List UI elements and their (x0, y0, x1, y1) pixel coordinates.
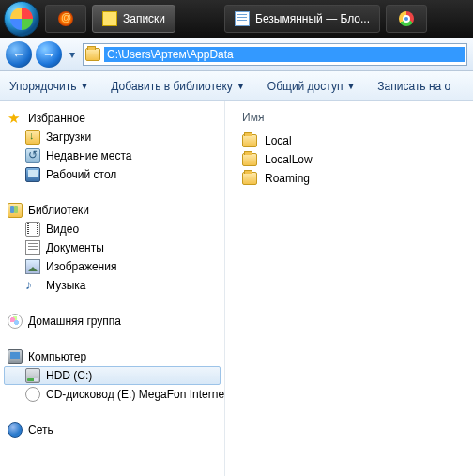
item-label: HDD (C:) (46, 369, 92, 382)
burn-label: Записать на о (377, 80, 450, 93)
sidebar-item-music[interactable]: ♪Музыка (4, 276, 221, 295)
network-icon (8, 422, 23, 438)
notepad-icon (235, 11, 250, 26)
organize-menu[interactable]: Упорядочить▼ (9, 80, 88, 93)
folder-icon (242, 134, 257, 147)
homegroup-header[interactable]: Домашняя группа (4, 312, 221, 330)
back-button[interactable]: ← (6, 41, 32, 68)
folder-icon (242, 172, 257, 185)
item-label: Недавние места (46, 149, 131, 162)
network-label: Сеть (28, 423, 53, 437)
item-label: CD-дисковод (E:) MegaFon Internet (46, 388, 225, 401)
explorer-main: ★Избранное Загрузки Недавние места Рабоч… (0, 101, 473, 476)
recent-icon (25, 148, 40, 163)
favorites-header[interactable]: ★Избранное (4, 109, 221, 128)
folder-local[interactable]: Local (238, 131, 460, 150)
homegroup-icon (8, 314, 23, 329)
chrome-icon (399, 11, 414, 26)
favorites-group: ★Избранное Загрузки Недавние места Рабоч… (4, 109, 221, 184)
sidebar-item-pictures[interactable]: Изображения (4, 257, 221, 276)
document-icon (25, 240, 40, 255)
computer-label: Компьютер (28, 350, 86, 363)
computer-group: Компьютер HDD (C:) CD-дисковод (E:) Mega… (4, 347, 221, 404)
chevron-down-icon: ▼ (346, 82, 355, 91)
libraries-group: Библиотеки Видео Документы Изображения ♪… (4, 201, 221, 295)
network-header[interactable]: Сеть (4, 421, 221, 439)
navigation-pane: ★Избранное Загрузки Недавние места Рабоч… (0, 101, 225, 476)
star-icon: ★ (8, 111, 23, 126)
address-bar[interactable]: C:\Users\Артем\AppData (83, 43, 467, 66)
start-button[interactable] (4, 1, 39, 37)
item-label: Загрузки (46, 131, 91, 144)
desktop-icon (25, 167, 40, 182)
taskbar-label: Записки (123, 12, 165, 25)
folder-locallow[interactable]: LocalLow (238, 150, 460, 169)
folder-icon (85, 48, 100, 61)
history-dropdown[interactable]: ▾ (66, 43, 79, 66)
sidebar-item-desktop[interactable]: Рабочий стол (4, 165, 221, 184)
content-pane: Имя Local LocalLow Roaming (225, 101, 473, 476)
item-label: Документы (46, 241, 104, 254)
computer-icon (8, 349, 23, 364)
item-label: Видео (46, 223, 79, 236)
share-label: Общий доступ (267, 80, 343, 93)
sidebar-item-videos[interactable]: Видео (4, 220, 221, 238)
folder-roaming[interactable]: Roaming (238, 169, 460, 188)
sticky-note-icon (102, 11, 117, 26)
burn-button[interactable]: Записать на о (377, 80, 450, 93)
homegroup-group: Домашняя группа (4, 312, 221, 330)
organize-label: Упорядочить (9, 80, 76, 93)
music-icon: ♪ (25, 278, 40, 293)
folder-label: Local (265, 134, 292, 147)
sidebar-item-recent[interactable]: Недавние места (4, 146, 221, 165)
taskbar-notepad[interactable]: Безымянный — Бло... (224, 5, 380, 33)
folder-icon (242, 153, 257, 166)
sidebar-item-documents[interactable]: Документы (4, 238, 221, 257)
explorer-toolbar: Упорядочить▼ Добавить в библиотеку▼ Общи… (0, 71, 473, 101)
item-label: Изображения (46, 260, 116, 273)
taskbar-label: Безымянный — Бло... (255, 12, 370, 25)
column-header-name[interactable]: Имя (238, 109, 460, 131)
item-label: Музыка (46, 279, 85, 292)
favorites-label: Избранное (28, 112, 85, 125)
pictures-icon (25, 259, 40, 274)
video-icon (25, 222, 40, 237)
taskbar-sticky-notes[interactable]: Записки (92, 5, 175, 33)
taskbar-chrome[interactable] (386, 5, 427, 33)
network-group: Сеть (4, 421, 221, 439)
address-path[interactable]: C:\Users\Артем\AppData (104, 47, 465, 62)
forward-button[interactable]: → (36, 41, 62, 68)
cd-icon (25, 387, 40, 402)
folder-label: LocalLow (265, 153, 313, 166)
share-menu[interactable]: Общий доступ▼ (267, 80, 356, 93)
chevron-down-icon: ▼ (80, 82, 88, 91)
chevron-down-icon: ▼ (236, 82, 245, 91)
addlib-label: Добавить в библиотеку (111, 80, 233, 93)
homegroup-label: Домашняя группа (28, 315, 121, 328)
libraries-icon (8, 203, 23, 218)
sidebar-item-downloads[interactable]: Загрузки (4, 128, 221, 146)
taskbar-mail[interactable] (45, 5, 86, 33)
libraries-label: Библиотеки (28, 204, 89, 217)
taskbar: Записки Безымянный — Бло... (0, 0, 473, 38)
sidebar-item-hdd-c[interactable]: HDD (C:) (4, 366, 221, 385)
computer-header[interactable]: Компьютер (4, 347, 221, 366)
folder-label: Roaming (265, 172, 310, 185)
item-label: Рабочий стол (46, 168, 116, 181)
sidebar-item-cd-drive[interactable]: CD-дисковод (E:) MegaFon Internet (4, 385, 221, 404)
explorer-nav-row: ← → ▾ C:\Users\Артем\AppData (0, 38, 473, 71)
libraries-header[interactable]: Библиотеки (4, 201, 221, 220)
hdd-icon (25, 368, 40, 383)
mail-icon (58, 11, 73, 26)
add-to-library-menu[interactable]: Добавить в библиотеку▼ (111, 80, 244, 93)
download-icon (25, 130, 40, 145)
